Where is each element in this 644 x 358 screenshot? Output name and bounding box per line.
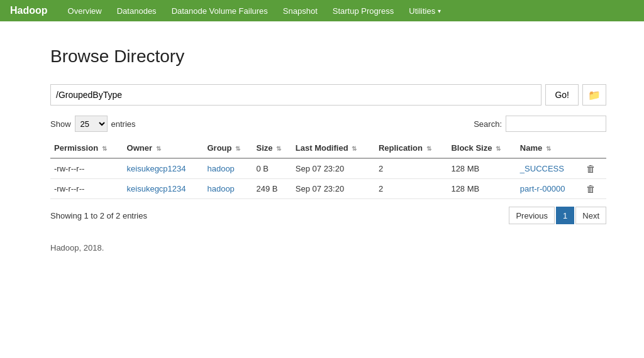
table-header: Permission ⇅ Owner ⇅ Group ⇅ Size ⇅ Last… bbox=[50, 138, 606, 158]
nav-utilities-label: Utilities bbox=[409, 6, 435, 16]
cell-group-0: hadoop bbox=[203, 158, 252, 179]
folder-icon: 📁 bbox=[588, 89, 601, 101]
path-input[interactable] bbox=[50, 84, 541, 106]
table-row: -rw-r--r-- keisukegcp1234 hadoop 249 B S… bbox=[50, 179, 606, 199]
next-button[interactable]: Next bbox=[575, 207, 606, 224]
cell-replication-0: 2 bbox=[375, 158, 448, 179]
col-actions bbox=[580, 138, 606, 158]
nav-brand[interactable]: Hadoop bbox=[10, 5, 48, 16]
delete-button-0[interactable]: 🗑 bbox=[584, 163, 598, 174]
cell-owner-0: keisukegcp1234 bbox=[123, 158, 204, 179]
cell-size-0: 0 B bbox=[252, 158, 291, 179]
group-link-1[interactable]: hadoop bbox=[207, 184, 234, 193]
col-name[interactable]: Name ⇅ bbox=[516, 138, 580, 158]
file-link-1[interactable]: part-r-00000 bbox=[520, 184, 565, 193]
owner-link-1[interactable]: keisukegcp1234 bbox=[127, 184, 186, 193]
main-nav: Hadoop Overview Datanodes Datanode Volum… bbox=[0, 0, 644, 21]
search-label: Search: bbox=[474, 119, 502, 129]
col-block-size[interactable]: Block Size ⇅ bbox=[447, 138, 516, 158]
path-bar: Go! 📁 bbox=[50, 84, 606, 106]
cell-permission-1: -rw-r--r-- bbox=[50, 179, 123, 199]
sort-icon-block-size: ⇅ bbox=[496, 145, 501, 152]
sort-icon-replication: ⇅ bbox=[426, 145, 431, 152]
nav-link-overview[interactable]: Overview bbox=[60, 1, 109, 21]
owner-link-0[interactable]: keisukegcp1234 bbox=[127, 164, 186, 173]
cell-block-size-0: 128 MB bbox=[447, 158, 516, 179]
search-box: Search: bbox=[474, 116, 606, 132]
sort-icon-permission: ⇅ bbox=[102, 145, 107, 152]
col-permission[interactable]: Permission ⇅ bbox=[50, 138, 123, 158]
cell-last-modified-1: Sep 07 23:20 bbox=[292, 179, 375, 199]
group-link-0[interactable]: hadoop bbox=[207, 164, 234, 173]
show-entries-control: Show 10 25 50 100 entries bbox=[50, 116, 136, 132]
previous-button[interactable]: Previous bbox=[509, 207, 555, 224]
page-1-button[interactable]: 1 bbox=[556, 207, 574, 224]
sort-icon-name: ⇅ bbox=[546, 145, 551, 152]
nav-link-startup-progress[interactable]: Startup Progress bbox=[325, 1, 402, 21]
cell-group-1: hadoop bbox=[203, 179, 252, 199]
cell-replication-1: 2 bbox=[375, 179, 448, 199]
main-content: Browse Directory Go! 📁 Show 10 25 50 100… bbox=[0, 21, 644, 278]
search-input[interactable] bbox=[506, 116, 606, 132]
col-group[interactable]: Group ⇅ bbox=[203, 138, 252, 158]
entries-label: entries bbox=[111, 119, 136, 129]
cell-size-1: 249 B bbox=[252, 179, 291, 199]
nav-link-datanodes[interactable]: Datanodes bbox=[109, 1, 164, 21]
nav-link-datanode-volume-failures[interactable]: Datanode Volume Failures bbox=[164, 1, 275, 21]
cell-delete-0: 🗑 bbox=[580, 158, 606, 179]
delete-button-1[interactable]: 🗑 bbox=[584, 183, 598, 194]
cell-block-size-1: 128 MB bbox=[447, 179, 516, 199]
page-footer: Hadoop, 2018. bbox=[50, 243, 606, 252]
cell-name-0: _SUCCESS bbox=[516, 158, 580, 179]
go-button[interactable]: Go! bbox=[545, 84, 579, 106]
col-replication[interactable]: Replication ⇅ bbox=[375, 138, 448, 158]
col-last-modified[interactable]: Last Modified ⇅ bbox=[292, 138, 375, 158]
nav-links: Overview Datanodes Datanode Volume Failu… bbox=[60, 1, 402, 21]
showing-text: Showing 1 to 2 of 2 entries bbox=[50, 211, 147, 220]
nav-utilities-dropdown[interactable]: Utilities ▾ bbox=[401, 1, 448, 21]
table-controls: Show 10 25 50 100 entries Search: bbox=[50, 116, 606, 132]
col-owner[interactable]: Owner ⇅ bbox=[123, 138, 204, 158]
folder-button[interactable]: 📁 bbox=[582, 84, 606, 106]
page-title: Browse Directory bbox=[50, 46, 606, 67]
col-size[interactable]: Size ⇅ bbox=[252, 138, 291, 158]
table-body: -rw-r--r-- keisukegcp1234 hadoop 0 B Sep… bbox=[50, 158, 606, 199]
sort-icon-owner: ⇅ bbox=[156, 145, 161, 152]
sort-icon-group: ⇅ bbox=[235, 145, 240, 152]
table-row: -rw-r--r-- keisukegcp1234 hadoop 0 B Sep… bbox=[50, 158, 606, 179]
file-link-0[interactable]: _SUCCESS bbox=[520, 164, 564, 173]
show-label: Show bbox=[50, 119, 71, 129]
cell-permission-0: -rw-r--r-- bbox=[50, 158, 123, 179]
cell-last-modified-0: Sep 07 23:20 bbox=[292, 158, 375, 179]
cell-name-1: part-r-00000 bbox=[516, 179, 580, 199]
nav-link-snapshot[interactable]: Snapshot bbox=[275, 1, 325, 21]
pagination: Previous 1 Next bbox=[509, 207, 606, 224]
nav-utilities-arrow: ▾ bbox=[438, 8, 441, 14]
table-footer: Showing 1 to 2 of 2 entries Previous 1 N… bbox=[50, 207, 606, 224]
sort-icon-size: ⇅ bbox=[276, 145, 281, 152]
cell-delete-1: 🗑 bbox=[580, 179, 606, 199]
cell-owner-1: keisukegcp1234 bbox=[123, 179, 204, 199]
entries-select[interactable]: 10 25 50 100 bbox=[75, 116, 108, 132]
sort-icon-last-modified: ⇅ bbox=[352, 145, 357, 152]
footer-text: Hadoop, 2018. bbox=[50, 243, 104, 252]
files-table: Permission ⇅ Owner ⇅ Group ⇅ Size ⇅ Last… bbox=[50, 138, 606, 199]
